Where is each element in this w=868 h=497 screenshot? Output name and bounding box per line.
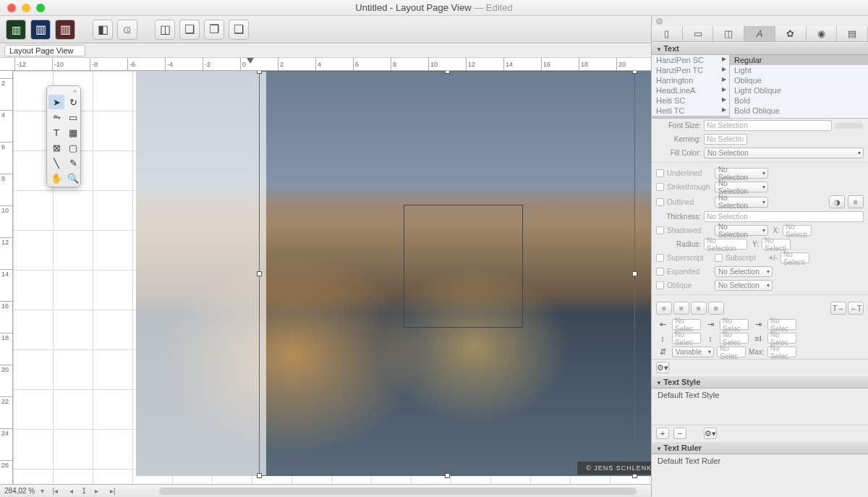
fill-color-select[interactable]: No Selection bbox=[704, 148, 864, 158]
tab-color-icon[interactable]: ✿ bbox=[775, 26, 807, 41]
ruler-marker[interactable] bbox=[246, 58, 255, 64]
resize-handle-t[interactable] bbox=[445, 71, 450, 74]
page-number[interactable]: 1 bbox=[82, 487, 86, 495]
shadowed-checkbox[interactable] bbox=[656, 226, 664, 234]
resize-handle-bl[interactable] bbox=[257, 473, 262, 478]
font-style-item[interactable]: Bold Oblique bbox=[730, 106, 868, 116]
remove-text-style-btn[interactable]: − bbox=[673, 428, 686, 439]
hand-tool[interactable]: ✋ bbox=[48, 171, 64, 185]
font-family-item[interactable]: Heiti SC▶ bbox=[652, 95, 729, 106]
resize-handle-b[interactable] bbox=[445, 473, 450, 478]
resize-handle-tl[interactable] bbox=[257, 71, 262, 74]
font-style-item[interactable]: Oblique bbox=[730, 75, 868, 85]
expanded-select[interactable]: No Selection bbox=[715, 266, 773, 277]
text-dir-lr-btn[interactable]: T→ bbox=[830, 302, 846, 315]
shadowed-select[interactable]: No Selection bbox=[715, 225, 768, 236]
doc-red-button[interactable]: ▥ bbox=[55, 20, 75, 40]
font-style-item[interactable]: Light bbox=[730, 65, 868, 75]
radius-input[interactable]: No Selection bbox=[704, 239, 747, 250]
font-family-item[interactable]: Harrington▶ bbox=[652, 75, 729, 85]
oblique-checkbox[interactable] bbox=[656, 281, 664, 289]
tab-doc-icon[interactable]: ▯ bbox=[652, 26, 683, 41]
layer-button[interactable]: ◫ bbox=[155, 20, 175, 40]
pointer-tool[interactable]: ➤ bbox=[48, 95, 64, 109]
font-size-input[interactable]: No Selection bbox=[704, 120, 832, 131]
text-ruler-body[interactable]: Default Text Ruler bbox=[652, 454, 868, 497]
subscript-checkbox[interactable] bbox=[715, 254, 723, 262]
indent-right-input[interactable]: No Selec bbox=[767, 319, 796, 330]
arrange-send-back-button[interactable]: ❏ bbox=[179, 20, 200, 40]
tab-image-icon[interactable]: ◉ bbox=[807, 26, 838, 41]
stack-button[interactable]: ❑ bbox=[229, 20, 249, 40]
align-left-btn[interactable]: ≡ bbox=[656, 302, 672, 315]
rectangle-tool[interactable]: ▢ bbox=[65, 140, 81, 155]
resize-handle-l[interactable] bbox=[257, 271, 262, 276]
section-text-header[interactable]: Text bbox=[652, 42, 868, 55]
doc-green-button[interactable]: ▥ bbox=[6, 20, 26, 40]
outline-color-btn[interactable]: ◑ bbox=[829, 195, 845, 208]
nav-prev-btn[interactable]: ◂ bbox=[66, 487, 76, 495]
font-family-list[interactable]: HanziPen SC▶HanziPen TC▶Harrington▶HeadL… bbox=[652, 55, 730, 118]
shadow-x-input[interactable]: No Selecti bbox=[783, 225, 812, 236]
font-style-item[interactable]: Regular bbox=[730, 55, 868, 65]
rotate-tool[interactable]: ↻ bbox=[65, 95, 81, 109]
underlined-select[interactable]: No Selection bbox=[715, 168, 768, 179]
doc-blue-button[interactable]: ▥ bbox=[30, 20, 51, 40]
font-family-item[interactable]: HeadLineA▶ bbox=[652, 85, 729, 95]
superscript-checkbox[interactable] bbox=[656, 254, 664, 262]
font-style-list[interactable]: RegularLightObliqueLight ObliqueBoldBold… bbox=[730, 55, 868, 118]
underlined-checkbox[interactable] bbox=[656, 169, 664, 177]
artboard-button[interactable]: ◧ bbox=[93, 20, 113, 40]
outline-style-btn[interactable]: ≡ bbox=[848, 195, 864, 208]
section-text-style-header[interactable]: Text Style bbox=[652, 375, 868, 388]
palette-collapse-icon[interactable]: « bbox=[48, 88, 79, 95]
font-family-item[interactable]: HanziPen TC▶ bbox=[652, 65, 729, 75]
indent-left-input[interactable]: No Selec bbox=[672, 319, 701, 330]
pen-tool[interactable]: ✎ bbox=[65, 156, 81, 170]
resize-handle-tr[interactable] bbox=[632, 71, 637, 74]
arrange-bring-front-button[interactable]: ❐ bbox=[204, 20, 224, 40]
outlined-select[interactable]: No Selection bbox=[715, 197, 768, 208]
leading-select[interactable]: Variable bbox=[672, 347, 714, 357]
tool-palette[interactable]: « ➤ ↻ ⥲ ▭ T ▦ ⊠ ▢ ╲ ✎ ✋ 🔍 bbox=[46, 85, 81, 187]
font-style-item[interactable]: Bold bbox=[730, 95, 868, 106]
view-selector[interactable]: Layout Page View bbox=[4, 45, 85, 56]
resize-handle-r[interactable] bbox=[632, 271, 637, 276]
shadow-y-input[interactable]: No Selecti bbox=[762, 239, 791, 250]
indent-first-input[interactable]: No Selec bbox=[720, 319, 749, 330]
crop-button[interactable]: ⟃ bbox=[117, 20, 137, 40]
gear-menu-btn[interactable]: ⚙▾ bbox=[656, 362, 669, 373]
thickness-input[interactable]: No Selection bbox=[704, 211, 864, 222]
strikethrough-checkbox[interactable] bbox=[656, 183, 664, 191]
shape-x-tool[interactable]: ⊠ bbox=[48, 140, 64, 155]
font-size-slider[interactable] bbox=[835, 123, 864, 129]
kerning-input[interactable]: No Selectio bbox=[704, 134, 747, 145]
max-input[interactable]: No Selec bbox=[767, 347, 796, 357]
nav-next-btn[interactable]: ▸ bbox=[92, 487, 102, 495]
horizontal-scrollbar[interactable] bbox=[159, 488, 637, 495]
space-after-input[interactable]: No Selec bbox=[720, 333, 749, 344]
tab-page-icon[interactable]: ◫ bbox=[713, 26, 744, 41]
line-tool[interactable]: ╲ bbox=[48, 156, 64, 170]
font-style-item[interactable]: Light Oblique bbox=[730, 85, 868, 95]
section-text-ruler-header[interactable]: Text Ruler bbox=[652, 441, 868, 454]
strikethrough-select[interactable]: No Selection bbox=[715, 182, 768, 192]
outlined-checkbox[interactable] bbox=[656, 198, 664, 206]
frame-tool[interactable]: ▭ bbox=[65, 110, 81, 124]
inspector-close-btn[interactable] bbox=[656, 18, 663, 25]
font-family-item[interactable]: HanziPen SC▶ bbox=[652, 55, 729, 65]
expanded-checkbox[interactable] bbox=[656, 268, 664, 276]
text-style-body[interactable]: Default Text Style bbox=[652, 388, 868, 425]
line-height-input[interactable]: No Selec bbox=[767, 333, 796, 344]
tab-export-icon[interactable]: ▤ bbox=[837, 26, 868, 41]
space-before-input[interactable]: No Selec bbox=[672, 333, 701, 344]
tab-frame-icon[interactable]: ▭ bbox=[683, 26, 714, 41]
add-text-style-btn[interactable]: + bbox=[656, 428, 669, 439]
align-center-btn[interactable]: ≡ bbox=[673, 302, 689, 315]
align-justify-btn[interactable]: ≡ bbox=[708, 302, 724, 315]
image-tool[interactable]: ▦ bbox=[65, 125, 81, 140]
nav-first-btn[interactable]: |◂ bbox=[50, 487, 60, 495]
tab-text-icon[interactable]: A bbox=[744, 26, 775, 41]
font-family-item[interactable]: Heiti TC▶ bbox=[652, 106, 729, 116]
text-dir-rl-btn[interactable]: ←T bbox=[848, 302, 864, 315]
